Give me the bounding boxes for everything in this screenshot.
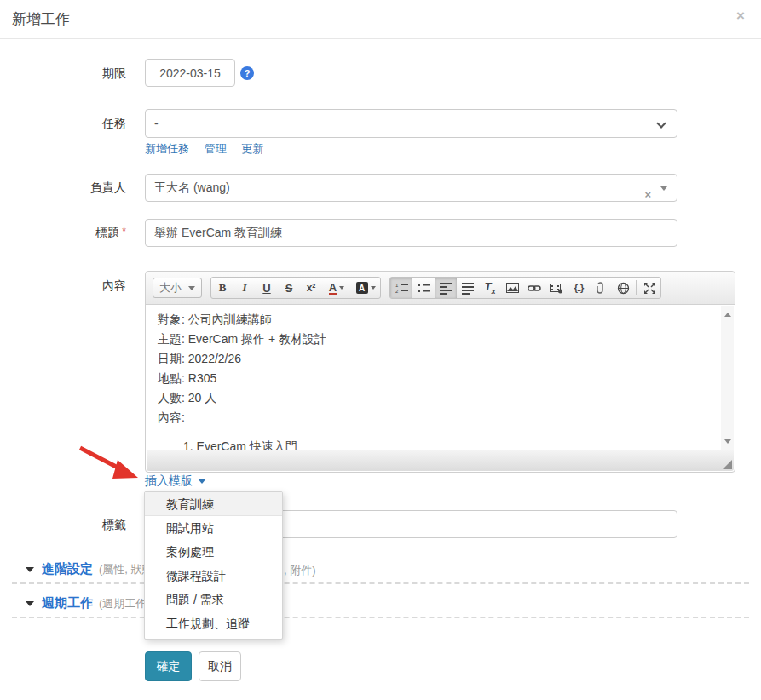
text-color-icon: A [329,282,337,295]
red-annotation-arrow [73,439,147,485]
deadline-label: 期限 [0,66,126,82]
page-title: 新增工作 [12,9,70,29]
svg-text:1: 1 [395,283,399,288]
cancel-button[interactable]: 取消 [199,651,241,681]
chevron-down-icon [656,118,666,128]
add-task-link[interactable]: 新增任務 [145,142,189,155]
advanced-settings-label: 進階設定 [42,561,93,577]
menu-item-case-handling[interactable]: 案例處理 [145,540,282,564]
resize-grip-icon[interactable] [723,460,732,469]
dropdown-arrow-icon[interactable] [660,186,667,191]
content-line: 對象: 公司內訓練講師 [158,310,722,330]
title-label: 標題* [0,226,126,241]
chevron-down-icon [371,286,376,290]
insert-media-button[interactable] [545,278,568,298]
attach-file-button[interactable] [590,278,612,298]
confirm-button[interactable]: 確定 [145,651,192,681]
chevron-down-icon [188,286,195,290]
insert-code-button[interactable]: {..} [568,278,590,298]
content-list-item: 1. EverCam 快速入門 [183,437,722,450]
bold-button[interactable]: B [211,278,233,298]
advanced-settings-toggle[interactable]: 進階設定 (屬性, 狀態, [26,561,156,577]
clear-icon[interactable]: × [644,181,651,208]
code-icon: {..} [574,283,584,293]
image-icon [506,282,519,295]
numbered-list-button[interactable]: 1 2 [390,278,412,298]
globe-button[interactable] [612,278,634,298]
chevron-down-icon [339,286,344,290]
menu-item-issue-need[interactable]: 問題 / 需求 [145,588,282,611]
font-size-label: 大小 [159,280,182,295]
section-divider [12,617,749,618]
bg-color-button[interactable]: A [351,278,380,298]
title-label-text: 標題 [95,226,119,239]
insert-link-button[interactable] [523,278,545,298]
header-divider [0,38,761,39]
link-icon [528,282,541,295]
deadline-input[interactable] [145,59,235,87]
task-selected-value: - [154,117,159,130]
task-label: 任務 [0,117,126,132]
underline-button[interactable]: U [256,278,278,298]
menu-item-trial-site[interactable]: 開試用站 [145,516,282,540]
align-left-button[interactable] [435,278,457,298]
font-size-combo[interactable]: 大小 [153,278,202,298]
periodic-work-label: 週期工作 [42,595,93,611]
align-left-icon [440,282,453,295]
editor-toolbar: 大小 B I U S x² A A [146,272,735,305]
text-color-button[interactable]: A [322,278,351,298]
italic-button[interactable]: I [233,278,256,298]
insert-image-button[interactable] [501,278,523,298]
section-divider [12,582,749,584]
editor-content[interactable]: 對象: 公司內訓練講師 主題: EverCam 操作 + 教材設計 日期: 20… [147,306,722,450]
title-input[interactable] [145,219,677,247]
insert-button-group: 1 2 [389,277,661,299]
arrow-up-icon [724,313,731,317]
remove-format-button[interactable]: Tx [479,278,501,298]
insert-template-label: 插入模版 [145,473,193,489]
menu-item-training[interactable]: 教育訓練 [145,492,282,516]
required-asterisk: * [122,226,126,238]
paperclip-icon [595,282,608,295]
assignee-label: 負責人 [0,181,126,196]
template-menu: 教育訓練 開試用站 案例處理 微課程設計 問題 / 需求 工作規劃、追蹤 [144,491,283,640]
scroll-up-button[interactable] [721,307,734,321]
rich-text-editor: 大小 B I U S x² A A [145,271,735,473]
triangle-down-icon [26,601,34,606]
bullet-list-button[interactable] [412,278,435,298]
editor-scrollbar[interactable] [721,306,734,450]
help-icon[interactable]: ? [240,66,254,80]
task-select[interactable]: - [145,109,677,138]
refresh-task-link[interactable]: 更新 [241,142,263,155]
superscript-button[interactable]: x² [300,278,322,298]
arrow-down-icon [724,439,731,444]
maximize-icon [643,282,656,295]
maximize-button[interactable] [638,278,660,298]
content-label: 內容 [0,278,126,294]
assignee-select[interactable]: 王大名 (wang) × [145,174,677,202]
insert-template-link[interactable]: 插入模版 [145,473,206,489]
content-line: 主題: EverCam 操作 + 教材設計 [158,330,722,349]
tags-label: 標籤 [0,518,126,533]
advanced-settings-hint-right: , 附件) [284,563,316,578]
strikethrough-button[interactable]: S [278,278,300,298]
format-button-group: B I U S x² A A [210,277,381,299]
align-justify-icon [462,282,475,295]
scroll-down-button[interactable] [721,434,734,448]
add-work-dialog: 新增工作 × 期限 ? 任務 - 新增任務 管理 更新 負責人 王大名 (wan… [0,0,761,700]
close-icon[interactable]: × [736,8,745,25]
caret-down-icon [198,479,206,484]
align-justify-button[interactable] [457,278,479,298]
triangle-down-icon [26,567,34,572]
content-line: 日期: 2022/2/26 [158,349,722,369]
numbered-list-icon: 1 2 [395,282,408,295]
bullet-list-icon [418,282,430,295]
menu-item-micro-course[interactable]: 微課程設計 [145,564,282,588]
menu-item-work-plan[interactable]: 工作規劃、追蹤 [145,611,282,635]
content-line: 地點: R305 [158,369,722,388]
assignee-value: 王大名 (wang) [154,181,230,194]
bg-color-icon: A [356,282,368,294]
manage-task-link[interactable]: 管理 [205,142,227,155]
toolbar-separator [636,280,637,295]
globe-icon [617,282,630,295]
